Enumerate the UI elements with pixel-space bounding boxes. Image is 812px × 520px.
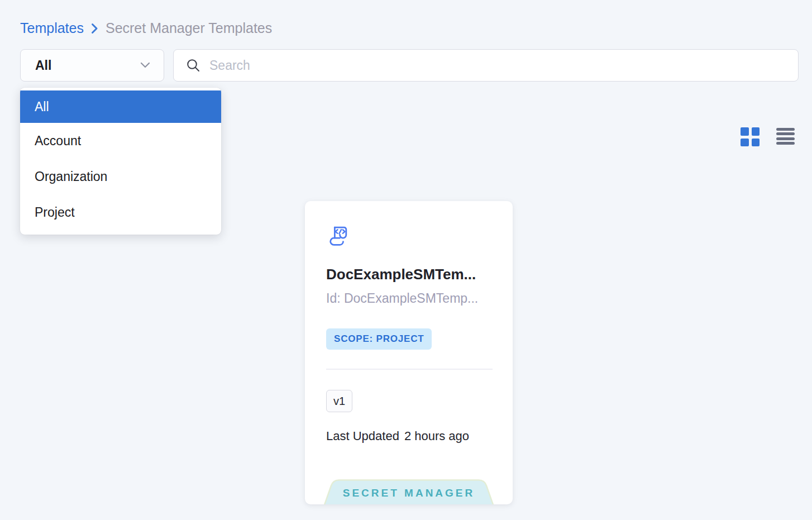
template-title: DocExampleSMTem... [326,266,476,283]
breadcrumb-chevron-icon [91,23,98,34]
list-bar [776,132,795,135]
ribbon-label: SECRET MANAGER [322,479,495,504]
list-bar [776,142,795,145]
template-type-ribbon: SECRET MANAGER [322,479,495,504]
grid-square [741,139,749,147]
scope-badge: SCOPE: PROJECT [326,328,432,350]
template-id: Id: DocExampleSMTemp... [326,291,478,306]
menu-item-organization[interactable]: Organization [20,159,221,194]
chevron-down-icon [140,60,150,70]
search-icon [186,58,200,73]
script-template-icon [325,223,351,250]
grid-square [752,127,760,136]
last-updated-label: Last Updated [326,429,399,443]
menu-item-account[interactable]: Account [20,123,221,159]
grid-square [741,127,749,136]
search-box[interactable] [173,49,799,82]
scope-dropdown-menu: All Account Organization Project [20,88,221,235]
list-bar [776,137,795,140]
template-card[interactable]: DocExampleSMTem... Id: DocExampleSMTemp.… [305,201,513,504]
list-bar [776,128,795,131]
grid-square [752,139,760,147]
breadcrumb-link-templates[interactable]: Templates [20,20,84,36]
view-toggle [741,127,795,146]
breadcrumb: Templates Secret Manager Templates [20,20,272,36]
search-input[interactable] [209,58,786,73]
version-chip: v1 [326,390,352,412]
scope-filter-value: All [35,58,51,73]
grid-view-icon[interactable] [741,127,760,146]
last-updated-value: 2 hours ago [404,429,469,443]
scope-filter-dropdown[interactable]: All [20,49,164,82]
last-updated: Last Updated 2 hours ago [326,429,469,443]
list-view-icon[interactable] [776,127,795,145]
card-divider [326,369,493,370]
menu-item-project[interactable]: Project [20,194,221,230]
menu-item-all[interactable]: All [20,90,221,123]
breadcrumb-current-page: Secret Manager Templates [106,20,272,36]
